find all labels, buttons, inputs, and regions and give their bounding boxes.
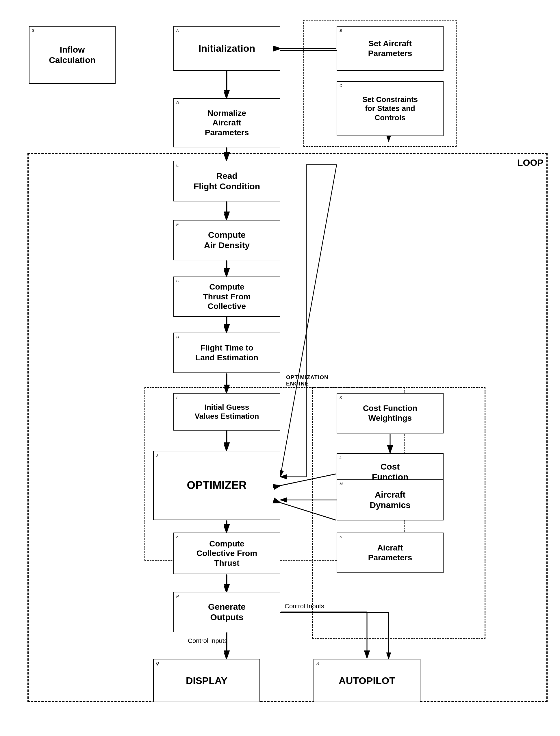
diagram-container: S InflowCalculation A Initialization B S…: [0, 0, 560, 736]
box-K: K Cost FunctionWeightings: [337, 393, 444, 433]
box-R: R AUTOPILOT: [314, 659, 420, 702]
label-H: H: [176, 335, 179, 339]
label-K: K: [340, 395, 342, 400]
label-I: I: [176, 395, 177, 400]
box-A: A Initialization: [173, 26, 280, 71]
label-D: D: [176, 101, 179, 105]
label-Q: Q: [156, 661, 159, 665]
title-S: InflowCalculation: [33, 45, 112, 65]
label-J: J: [156, 453, 158, 457]
box-O: o ComputeCollective FromThrust: [173, 533, 280, 574]
label-B: B: [340, 28, 342, 33]
title-H: Flight Time toLand Estimation: [177, 343, 276, 362]
title-P: GenerateOutputs: [177, 602, 276, 622]
loop-label: LOOP: [517, 157, 544, 168]
title-J: OPTIMIZER: [157, 479, 276, 492]
label-E: E: [176, 163, 179, 167]
box-C: C Set Constraintsfor States andControls: [337, 81, 444, 136]
box-B: B Set AircraftParameters: [337, 26, 444, 71]
opt-engine-label: OPTIMIZATIONENGINE: [286, 374, 329, 387]
label-O: o: [176, 535, 178, 539]
label-L: L: [340, 455, 342, 460]
label-F: F: [176, 222, 179, 227]
label-R: R: [316, 661, 319, 665]
box-P: P GenerateOutputs: [173, 592, 280, 632]
title-I: Initial GuessValues Estimation: [177, 403, 276, 421]
label-C: C: [340, 84, 342, 88]
label-P: P: [176, 594, 179, 598]
title-D: NormalizeAircraftParameters: [177, 108, 276, 138]
box-F: F ComputeAir Density: [173, 220, 280, 260]
title-R: AUTOPILOT: [318, 675, 416, 687]
title-B: Set AircraftParameters: [341, 39, 440, 58]
box-I: I Initial GuessValues Estimation: [173, 393, 280, 431]
title-E: ReadFlight Condition: [177, 171, 276, 192]
title-F: ComputeAir Density: [177, 230, 276, 251]
label-M: M: [340, 482, 343, 486]
title-K: Cost FunctionWeightings: [341, 403, 440, 423]
box-H: H Flight Time toLand Estimation: [173, 333, 280, 373]
label-S: S: [32, 28, 34, 33]
title-C: Set Constraintsfor States andControls: [341, 95, 440, 122]
title-N: AicraftParameters: [341, 543, 440, 562]
title-G: ComputeThrust FromCollective: [177, 282, 276, 311]
label-A: A: [176, 28, 179, 33]
title-Q: DISPLAY: [157, 675, 256, 687]
title-A: Initialization: [177, 42, 276, 54]
box-Q: Q DISPLAY: [153, 659, 260, 702]
box-J: J OPTIMIZER: [153, 451, 280, 520]
box-E: E ReadFlight Condition: [173, 161, 280, 201]
title-M: AircraftDynamics: [341, 490, 440, 510]
box-G: G ComputeThrust FromCollective: [173, 277, 280, 317]
box-D: D NormalizeAircraftParameters: [173, 98, 280, 147]
label-G: G: [176, 279, 179, 283]
box-M: M AircraftDynamics: [337, 479, 444, 520]
label-N: N: [340, 535, 342, 539]
box-N: N AicraftParameters: [337, 533, 444, 573]
control-inputs-label-2: Control Inputs: [188, 637, 227, 645]
box-S: S InflowCalculation: [29, 26, 116, 84]
title-O: ComputeCollective FromThrust: [177, 539, 276, 568]
control-inputs-label-1: Control Inputs: [285, 602, 324, 610]
